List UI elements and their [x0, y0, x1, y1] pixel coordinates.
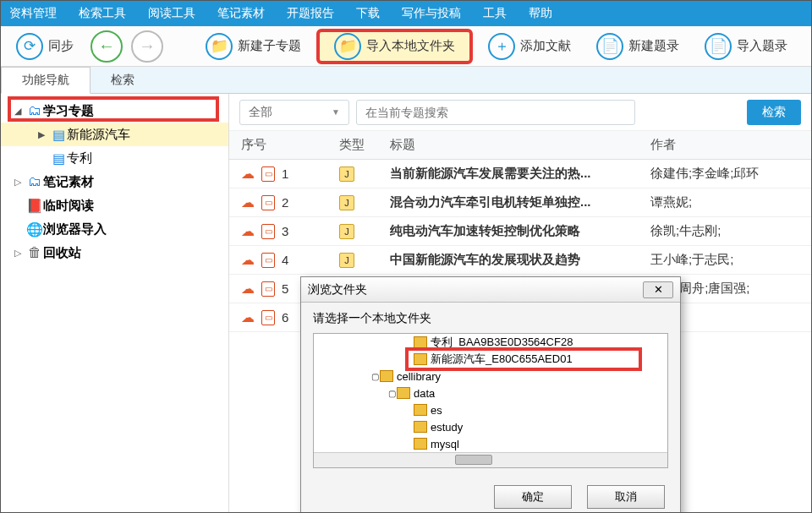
close-icon: ✕ [654, 283, 663, 296]
row-title: 中国新能源汽车的发展现状及趋势 [390, 252, 650, 268]
folder-icon [397, 387, 410, 399]
menu-read[interactable]: 阅读工具 [148, 6, 195, 21]
menu-search[interactable]: 检索工具 [79, 6, 126, 21]
folder-icon [414, 421, 427, 433]
add-reference-label: 添加文献 [520, 38, 571, 54]
cloud-icon: ☁ [241, 252, 255, 268]
search-scope[interactable]: 全部▼ [239, 100, 349, 125]
expand-icon: ▷ [14, 248, 26, 259]
menu-download[interactable]: 下载 [356, 6, 380, 21]
row-seq: 5 [282, 281, 288, 296]
plus-icon: ＋ [488, 33, 515, 60]
row-author: 谭燕妮; [650, 194, 811, 210]
tree-patent[interactable]: ▤专利 [1, 146, 228, 170]
col-author[interactable]: 作者 [650, 137, 811, 153]
row-author: 徐凯;牛志刚; [650, 223, 811, 239]
import-record-button[interactable]: 📄 导入题录 [696, 30, 796, 63]
folder-icon [380, 370, 393, 382]
dialog-prompt: 请选择一个本地文件夹 [313, 311, 668, 326]
page-icon: ▭ [261, 195, 275, 210]
table-row[interactable]: ☁▭3J纯电动汽车加速转矩控制优化策略徐凯;牛志刚; [229, 217, 811, 246]
sidebar: ◢🗂学习专题 ▶▤新能源汽车 ▤专利 ▷🗂笔记素材 📕临时阅读 🌐浏览器导入 ▷… [1, 94, 229, 513]
menu-write[interactable]: 写作与投稿 [402, 6, 461, 21]
folder-tree[interactable]: 专利_BAA9B3E0D3564CF28 新能源汽车_E80C655AED01 … [313, 333, 668, 468]
row-seq: 3 [282, 224, 288, 238]
scrollbar-thumb[interactable] [455, 455, 492, 465]
folder-item-nev[interactable]: 新能源汽车_E80C655AED01 [431, 352, 573, 367]
table-row[interactable]: ☁▭4J中国新能源汽车的发展现状及趋势王小峰;于志民; [229, 246, 811, 275]
new-record-button[interactable]: 📄 新建题录 [588, 30, 688, 63]
search-bar: 全部▼ 检索 [229, 94, 811, 131]
row-title: 纯电动汽车加速转矩控制优化策略 [390, 223, 650, 239]
collapse-icon[interactable]: ▢ [370, 372, 380, 381]
folder-item[interactable]: es [431, 404, 442, 417]
tab-nav[interactable]: 功能导航 [1, 67, 91, 94]
folder-icon [414, 438, 427, 450]
tree-temp[interactable]: 📕临时阅读 [1, 194, 228, 217]
menu-tools[interactable]: 工具 [483, 6, 507, 21]
tree-browser[interactable]: 🌐浏览器导入 [1, 217, 228, 241]
close-button[interactable]: ✕ [643, 281, 673, 298]
row-title: 混合动力汽车牵引电机转矩单独控... [390, 194, 650, 210]
folder-item[interactable]: estudy [431, 421, 463, 434]
menu-help[interactable]: 帮助 [529, 6, 552, 21]
col-seq[interactable]: 序号 [229, 137, 339, 153]
col-title[interactable]: 标题 [390, 137, 650, 153]
collapse-icon: ◢ [14, 106, 26, 117]
folder-item[interactable]: data [414, 387, 435, 400]
menu-data[interactable]: 资料管理 [9, 6, 57, 21]
new-subtopic-button[interactable]: 📁 新建子专题 [197, 30, 310, 63]
add-reference-button[interactable]: ＋ 添加文献 [480, 30, 579, 63]
folder-item[interactable]: cellibrary [397, 370, 441, 383]
import-folder-label: 导入本地文件夹 [366, 38, 455, 54]
tree-notes[interactable]: ▷🗂笔记素材 [1, 170, 228, 194]
page-icon: ▭ [261, 166, 275, 182]
row-seq: 1 [282, 166, 288, 181]
sync-button[interactable]: ⟳ 同步 [8, 30, 82, 63]
tree-study[interactable]: ◢🗂学习专题 [1, 99, 228, 123]
cloud-icon: ☁ [241, 166, 255, 182]
cloud-icon: ☁ [241, 309, 255, 325]
tree-recycle[interactable]: ▷🗑回收站 [1, 241, 228, 265]
folder-item[interactable]: mysql [431, 438, 459, 450]
nav-forward-button[interactable]: → [131, 30, 163, 63]
table-row[interactable]: ☁▭1J当前新能源汽车发展需要关注的热...徐建伟;李金峰;邱环 [229, 160, 811, 188]
tree-nev[interactable]: ▶▤新能源汽车 [1, 123, 228, 146]
cancel-button[interactable]: 取消 [587, 485, 665, 509]
type-j-icon: J [339, 224, 354, 239]
sync-icon: ⟳ [16, 33, 43, 60]
file-import-icon: 📄 [705, 33, 732, 60]
folder-item[interactable]: 专利_BAA9B3E0D3564CF28 [431, 335, 573, 350]
search-input[interactable] [356, 100, 635, 125]
search-button[interactable]: 检索 [747, 100, 801, 125]
book-icon: 📕 [26, 198, 43, 214]
row-seq: 2 [282, 195, 288, 210]
row-title: 当前新能源汽车发展需要关注的热... [390, 166, 650, 182]
arrow-right-icon: → [139, 36, 156, 56]
menu-bar: 资料管理 检索工具 阅读工具 笔记素材 开题报告 下载 写作与投稿 工具 帮助 [1, 1, 811, 26]
col-type[interactable]: 类型 [339, 137, 390, 153]
tab-search[interactable]: 检索 [91, 68, 155, 93]
new-subtopic-label: 新建子专题 [238, 38, 301, 54]
page-icon: ▭ [261, 310, 275, 325]
menu-notes[interactable]: 笔记素材 [217, 6, 265, 21]
dialog-titlebar[interactable]: 浏览文件夹 ✕ [301, 277, 680, 303]
type-j-icon: J [339, 166, 354, 182]
import-folder-button[interactable]: 📁 导入本地文件夹 [318, 30, 471, 63]
page-icon: ▭ [261, 281, 275, 297]
browse-folder-dialog: 浏览文件夹 ✕ 请选择一个本地文件夹 专利_BAA9B3E0D3564CF28 … [300, 276, 681, 513]
folder-icon [414, 353, 427, 365]
page-icon: ▭ [261, 224, 275, 239]
folder-icon [414, 336, 427, 348]
type-j-icon: J [339, 195, 354, 210]
nav-back-button[interactable]: ← [91, 30, 123, 63]
menu-report[interactable]: 开题报告 [287, 6, 334, 21]
row-seq: 4 [282, 253, 288, 267]
sidebar-tabs: 功能导航 检索 [1, 67, 811, 94]
ok-button[interactable]: 确定 [494, 485, 572, 509]
doc-icon: ▤ [50, 150, 67, 166]
table-row[interactable]: ☁▭2J混合动力汽车牵引电机转矩单独控...谭燕妮; [229, 188, 811, 217]
type-j-icon: J [339, 253, 354, 268]
collapse-icon[interactable]: ▢ [387, 389, 397, 398]
row-author: 王小峰;于志民; [650, 252, 811, 268]
